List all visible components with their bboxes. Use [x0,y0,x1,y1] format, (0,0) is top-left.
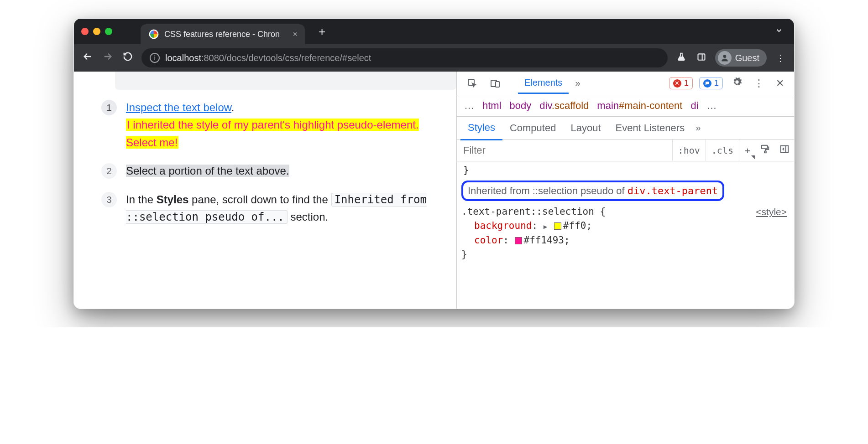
dom-breadcrumb: … html body div.scaffold main#main-conte… [457,95,794,117]
device-toolbar-icon[interactable] [485,75,505,92]
browser-window: CSS features reference - Chron × + i loc… [73,18,795,309]
subtab-styles[interactable]: Styles [460,116,502,140]
highlighted-text[interactable]: I inherited the style of my parent's hig… [126,119,419,148]
rule-source-link[interactable]: <style> [756,205,787,219]
settings-icon[interactable] [727,77,747,90]
labs-icon[interactable] [675,52,688,64]
color-swatch-icon[interactable] [554,222,561,230]
url-port: :8080 [201,53,224,63]
content-area: 1 Inspect the text below. I inherited th… [74,72,794,309]
forward-button[interactable] [101,52,114,64]
expand-icon[interactable]: ▶ [544,223,547,230]
svg-rect-2 [698,54,705,60]
prev-rule-close: } [461,163,790,178]
step-2-text: Select a portion of the text above. [126,165,289,177]
panel-icon[interactable] [695,52,708,64]
window-controls [81,28,112,35]
new-tab-button[interactable]: + [319,25,325,39]
address-bar[interactable]: i localhost:8080/docs/devtools/css/refer… [141,48,668,67]
subtab-computed[interactable]: Computed [502,117,564,139]
styles-subtabs: Styles Computed Layout Event Listeners » [457,117,794,139]
styles-toolbar: :hov .cls + [457,139,794,161]
maximize-window-button[interactable] [105,28,112,35]
error-icon: ✕ [673,79,681,88]
close-devtools-icon[interactable]: ✕ [771,77,789,89]
breadcrumb-html[interactable]: html [482,100,502,112]
more-tabs-icon[interactable]: » [571,78,584,88]
css-declaration-background[interactable]: background: ▶ #ff0; [461,219,790,233]
styles-filter-input[interactable] [457,145,672,156]
devtools-toolbar: Elements » ✕ 1 1 ⋮ ✕ [457,72,794,95]
close-tab-button[interactable]: × [293,30,298,39]
breadcrumb-ellipsis[interactable]: … [464,100,474,112]
url-path: /docs/devtools/css/reference/#select [224,53,371,63]
svg-rect-8 [762,145,768,149]
browser-tab[interactable]: CSS features reference - Chron × [141,24,305,44]
profile-label: Guest [735,53,759,63]
breadcrumb-body[interactable]: body [510,100,532,112]
tab-title: CSS features reference - Chron [164,30,288,39]
tabs-dropdown-icon[interactable] [775,26,783,37]
toggle-sidebar-icon[interactable] [775,144,794,156]
svg-rect-9 [764,151,766,153]
step-1: 1 Inspect the text below. I inherited th… [101,99,434,151]
inherited-selector[interactable]: div.text-parent [627,183,718,198]
page-content: 1 Inspect the text below. I inherited th… [74,72,456,309]
breadcrumb-div[interactable]: div.scaffold [539,100,589,112]
step-number: 2 [101,163,117,179]
breadcrumb-ellipsis[interactable]: … [707,100,717,112]
info-icon [703,79,711,88]
styles-pane: } Inherited from ::selection pseudo of d… [457,161,794,264]
css-declaration-color[interactable]: color: #ff1493; [461,233,790,248]
step-number: 3 [101,192,117,207]
css-rule: .text-parent::selection { <style> backgr… [461,205,790,262]
issues-badge[interactable]: 1 [699,77,723,89]
devtools-panel: Elements » ✕ 1 1 ⋮ ✕ [456,72,794,309]
step-number: 1 [101,100,117,115]
step-3: 3 In the Styles pane, scroll down to fin… [101,191,434,226]
back-button[interactable] [81,52,94,64]
inspect-element-icon[interactable] [462,75,482,92]
chrome-favicon-icon [149,30,159,39]
page-top-box [115,72,456,90]
profile-button[interactable]: Guest [715,49,767,67]
close-window-button[interactable] [81,28,89,35]
menu-button[interactable]: ⋮ [774,52,787,63]
reload-button[interactable] [121,52,134,64]
inherited-from-header[interactable]: Inherited from ::selection pseudo of div… [461,181,724,201]
more-subtabs-icon[interactable]: » [692,123,704,133]
step-2: 2 Select a portion of the text above. [101,162,434,180]
hov-button[interactable]: :hov [672,139,706,161]
color-swatch-icon[interactable] [515,237,522,244]
cls-button[interactable]: .cls [706,139,739,161]
subtab-event-listeners[interactable]: Event Listeners [608,117,692,139]
url-host: localhost [165,53,201,63]
more-icon[interactable]: ⋮ [749,77,769,89]
subtab-layout[interactable]: Layout [563,117,608,139]
errors-badge[interactable]: ✕ 1 [669,77,693,89]
rule-selector[interactable]: .text-parent::selection { [461,206,606,217]
paint-icon[interactable] [756,144,775,156]
avatar-icon [718,51,732,65]
site-info-icon[interactable]: i [150,53,160,63]
breadcrumb-di[interactable]: di [690,100,698,112]
svg-rect-10 [781,146,789,153]
browser-toolbar: i localhost:8080/docs/devtools/css/refer… [74,44,794,72]
titlebar: CSS features reference - Chron × + [74,19,794,44]
svg-point-4 [723,55,726,58]
rule-close-brace: } [461,248,790,262]
minimize-window-button[interactable] [93,28,100,35]
new-style-button[interactable]: + [739,139,756,161]
tab-elements[interactable]: Elements [518,73,569,94]
inspect-link[interactable]: Inspect the text below [126,101,231,114]
breadcrumb-main[interactable]: main#main-content [597,100,682,112]
svg-rect-7 [496,82,499,87]
